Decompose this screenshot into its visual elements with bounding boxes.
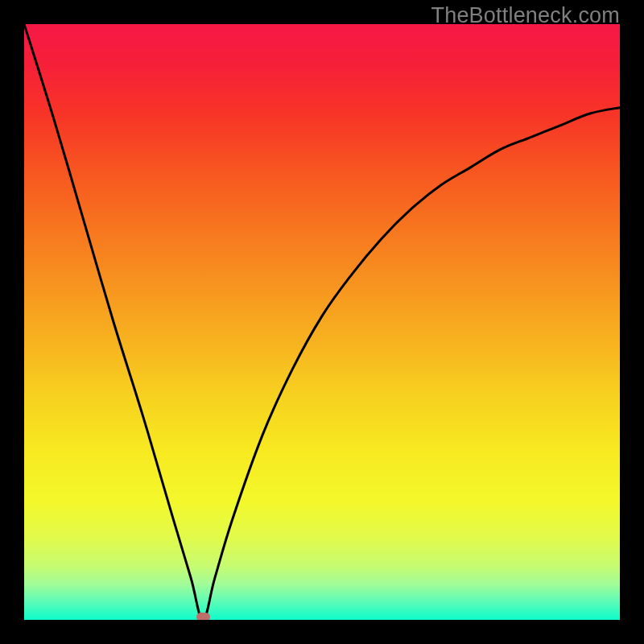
- bottleneck-curve: [24, 24, 620, 620]
- curve-layer: [24, 24, 620, 620]
- minimum-marker: [196, 613, 210, 620]
- plot-area: [24, 24, 620, 620]
- watermark-text: TheBottleneck.com: [431, 3, 620, 28]
- chart-frame: TheBottleneck.com: [0, 0, 644, 644]
